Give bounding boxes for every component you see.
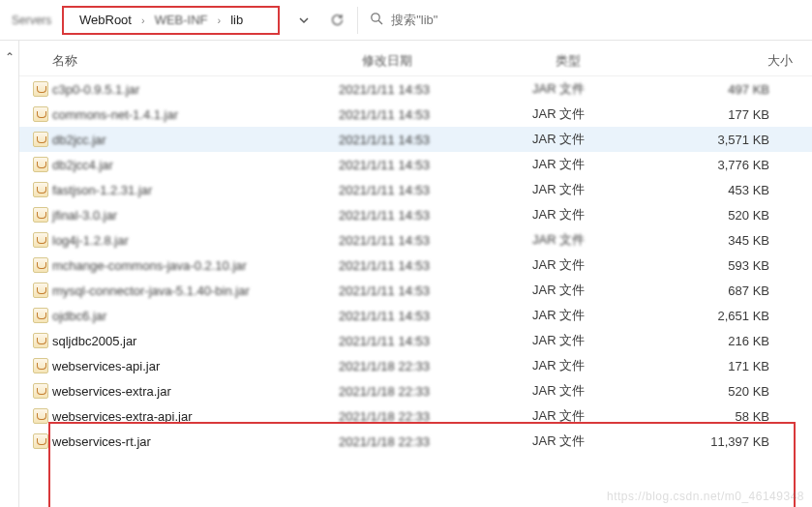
cell-name: fastjson-1.2.31.jar — [29, 182, 339, 197]
file-name: webservices-api.jar — [52, 359, 160, 373]
table-row[interactable]: commons-net-1.4.1.jar2021/1/11 14:53JAR … — [19, 102, 812, 127]
jar-file-icon — [29, 81, 52, 97]
cell-type: JAR 文件 — [532, 432, 677, 450]
file-name: db2jcc4.jar — [52, 158, 113, 172]
file-name: mysql-connector-java-5.1.40-bin.jar — [52, 283, 250, 298]
cell-date: 2021/1/18 22:33 — [339, 359, 532, 373]
refresh-button[interactable] — [320, 6, 353, 35]
cell-size: 177 KB — [677, 107, 789, 122]
cell-size: 11,397 KB — [677, 434, 789, 449]
collapse-caret-icon[interactable]: ⌃ — [5, 50, 15, 64]
crumb-lib[interactable]: lib — [225, 9, 249, 31]
cell-date: 2021/1/18 22:33 — [339, 384, 532, 399]
table-row[interactable]: log4j-1.2.8.jar2021/1/11 14:53JAR 文件345 … — [19, 227, 812, 253]
cell-type: JAR 文件 — [532, 206, 677, 224]
column-header-type[interactable]: 类型 — [556, 52, 701, 70]
cell-type: JAR 文件 — [532, 307, 677, 324]
cell-size: 3,776 KB — [677, 158, 789, 172]
cell-name: log4j-1.2.8.jar — [29, 232, 339, 248]
file-name: webservices-extra-api.jar — [52, 409, 193, 424]
cell-size: 345 KB — [677, 233, 789, 248]
cell-type: JAR 文件 — [532, 282, 677, 299]
cell-name: db2jcc.jar — [29, 132, 339, 147]
table-row[interactable]: db2jcc.jar2021/1/11 14:53JAR 文件3,571 KB — [19, 127, 812, 152]
jar-file-icon — [29, 333, 52, 348]
cell-type: JAR 文件 — [532, 181, 677, 198]
cell-name: webservices-api.jar — [29, 358, 339, 373]
cell-type: JAR 文件 — [532, 231, 677, 249]
chevron-right-icon[interactable]: › — [137, 15, 149, 26]
jar-file-icon — [29, 106, 52, 122]
file-name: sqljdbc2005.jar — [52, 334, 136, 348]
table-row[interactable]: mchange-commons-java-0.2.10.jar2021/1/11… — [19, 253, 812, 278]
history-dropdown-button[interactable] — [287, 6, 320, 35]
cell-size: 687 KB — [677, 283, 789, 298]
cell-type: JAR 文件 — [532, 332, 677, 349]
jar-file-icon — [29, 257, 52, 273]
table-row[interactable]: fastjson-1.2.31.jar2021/1/11 14:53JAR 文件… — [19, 177, 812, 202]
column-header-size[interactable]: 大小 — [701, 52, 812, 70]
cell-type: JAR 文件 — [532, 382, 677, 400]
cell-size: 3,571 KB — [677, 133, 789, 147]
watermark: https://blog.csdn.net/m0_46149348 — [607, 490, 804, 503]
file-name: mchange-commons-java-0.2.10.jar — [52, 258, 247, 273]
cell-date: 2021/1/11 14:53 — [339, 258, 532, 273]
search-icon — [370, 12, 383, 28]
table-row[interactable]: webservices-extra-api.jar2021/1/18 22:33… — [19, 403, 812, 429]
cell-date: 2021/1/11 14:53 — [339, 158, 532, 172]
org-label: Servers — [6, 14, 62, 27]
cell-size: 453 KB — [677, 183, 789, 197]
column-headers: 名称 修改日期 类型 大小 — [19, 46, 812, 76]
cell-type: JAR 文件 — [532, 156, 677, 173]
cell-date: 2021/1/11 14:53 — [339, 334, 532, 348]
column-header-date[interactable]: 修改日期 — [362, 52, 556, 70]
jar-file-icon — [29, 132, 52, 147]
cell-type: JAR 文件 — [532, 407, 677, 425]
cell-date: 2021/1/18 22:33 — [339, 409, 532, 424]
rows-container: c3p0-0.9.5.1.jar2021/1/11 14:53JAR 文件497… — [19, 76, 812, 454]
cell-date: 2021/1/11 14:53 — [339, 82, 532, 97]
svg-line-1 — [378, 20, 382, 24]
jar-file-icon — [29, 283, 52, 298]
table-row[interactable]: sqljdbc2005.jar2021/1/11 14:53JAR 文件216 … — [19, 328, 812, 353]
file-name: webservices-extra.jar — [52, 384, 171, 399]
chevron-right-icon[interactable]: › — [214, 15, 226, 26]
file-name: db2jcc.jar — [52, 133, 106, 147]
cell-date: 2021/1/18 22:33 — [339, 434, 532, 449]
cell-size: 171 KB — [677, 359, 789, 373]
cell-size: 520 KB — [677, 384, 789, 399]
file-name: commons-net-1.4.1.jar — [52, 107, 178, 122]
table-row[interactable]: c3p0-0.9.5.1.jar2021/1/11 14:53JAR 文件497… — [19, 76, 812, 102]
cell-type: JAR 文件 — [532, 131, 677, 148]
table-row[interactable]: webservices-rt.jar2021/1/18 22:33JAR 文件1… — [19, 429, 812, 454]
column-header-name[interactable]: 名称 — [52, 52, 362, 70]
crumb-webroot[interactable]: WebRoot — [74, 9, 137, 31]
cell-name: webservices-extra-api.jar — [29, 408, 339, 424]
cell-name: jfinal-3.0.jar — [29, 207, 339, 223]
cell-date: 2021/1/11 14:53 — [339, 283, 532, 298]
table-row[interactable]: jfinal-3.0.jar2021/1/11 14:53JAR 文件520 K… — [19, 202, 812, 227]
cell-name: webservices-extra.jar — [29, 383, 339, 399]
file-name: ojdbc6.jar — [52, 309, 106, 323]
table-row[interactable]: ojdbc6.jar2021/1/11 14:53JAR 文件2,651 KB — [19, 303, 812, 328]
main: ⌃ 名称 修改日期 类型 大小 c3p0-0.9.5.1.jar2021/1/1… — [0, 41, 812, 507]
cell-size: 216 KB — [677, 334, 789, 348]
address-toolbar: Servers WebRoot › WEB-INF › lib — [0, 0, 812, 41]
table-row[interactable]: db2jcc4.jar2021/1/11 14:53JAR 文件3,776 KB — [19, 152, 812, 177]
file-name: log4j-1.2.8.jar — [52, 233, 129, 248]
cell-name: sqljdbc2005.jar — [29, 333, 339, 348]
table-row[interactable]: webservices-api.jar2021/1/18 22:33JAR 文件… — [19, 353, 812, 378]
cell-name: webservices-rt.jar — [29, 433, 339, 449]
cell-date: 2021/1/11 14:53 — [339, 183, 532, 197]
cell-name: ojdbc6.jar — [29, 308, 339, 323]
toolbar-divider — [357, 7, 358, 34]
cell-name: mysql-connector-java-5.1.40-bin.jar — [29, 283, 339, 298]
search-input[interactable] — [391, 13, 798, 27]
cell-type: JAR 文件 — [532, 357, 677, 374]
crumb-webinf[interactable]: WEB-INF — [149, 9, 214, 31]
table-row[interactable]: mysql-connector-java-5.1.40-bin.jar2021/… — [19, 278, 812, 303]
jar-file-icon — [29, 207, 52, 223]
cell-type: JAR 文件 — [532, 80, 677, 98]
search-box[interactable] — [362, 6, 806, 35]
table-row[interactable]: webservices-extra.jar2021/1/18 22:33JAR … — [19, 378, 812, 403]
